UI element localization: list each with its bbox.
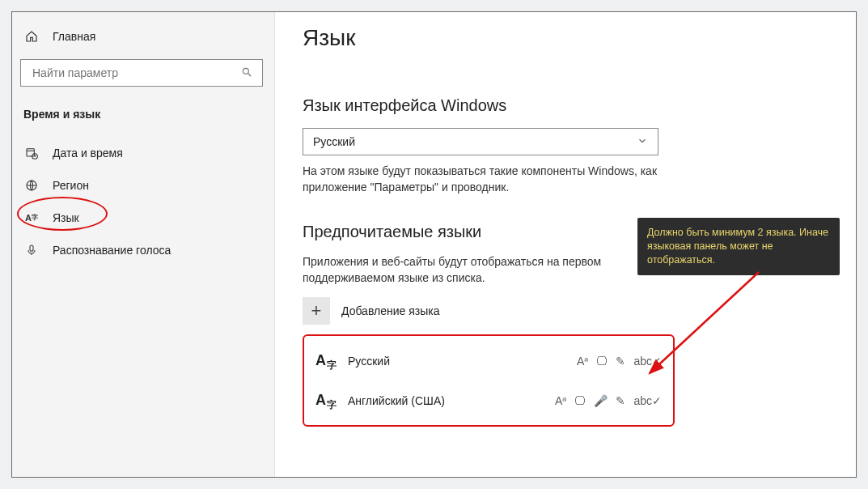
svg-rect-6 — [30, 245, 33, 251]
preferred-languages-heading: Предпочитаемые языки — [303, 223, 828, 241]
sidebar-item-label: Дата и время — [53, 147, 123, 159]
sidebar: Главная Время и язык Дата и время — [12, 12, 275, 477]
add-language-row[interactable]: + Добавление языка — [303, 297, 828, 325]
home-icon — [23, 30, 40, 43]
sidebar-section-title: Время и язык — [20, 101, 263, 125]
language-glyph-icon: A字 — [315, 392, 337, 409]
calendar-clock-icon — [23, 147, 40, 159]
main-panel: Язык Язык интерфейса Windows Русский На … — [275, 12, 856, 477]
sidebar-item-label: Язык — [53, 211, 79, 224]
speech-cap-icon: 🎤 — [594, 394, 608, 407]
globe-icon — [23, 179, 40, 192]
settings-window: Главная Время и язык Дата и время — [11, 11, 857, 478]
sidebar-home[interactable]: Главная — [20, 23, 263, 49]
chevron-down-icon — [637, 135, 648, 149]
tts-cap-icon: 🖵 — [574, 394, 586, 407]
language-item[interactable]: A字 Английский (США) Aᵃ 🖵 🎤 ✎ abc✓ — [312, 381, 665, 420]
spellcheck-cap-icon: abc✓ — [633, 355, 662, 368]
sidebar-item-label: Регион — [53, 179, 89, 192]
handwriting-cap-icon: ✎ — [616, 355, 625, 368]
language-name: Русский — [348, 355, 390, 368]
display-language-value: Русский — [313, 135, 355, 148]
plus-icon[interactable]: + — [303, 297, 330, 325]
svg-rect-2 — [27, 149, 34, 156]
sidebar-home-label: Главная — [53, 30, 95, 43]
microphone-icon — [23, 244, 40, 257]
display-language-heading: Язык интерфейса Windows — [303, 96, 828, 115]
page-title: Язык — [303, 25, 828, 51]
tts-cap-icon: 🖵 — [596, 355, 608, 368]
preferred-languages-hint: Приложения и веб-сайты будут отображатьс… — [303, 254, 658, 286]
handwriting-cap-icon: ✎ — [616, 394, 625, 407]
sidebar-item-datetime[interactable]: Дата и время — [20, 137, 263, 169]
display-language-hint: На этом языке будут показываться такие к… — [303, 164, 658, 195]
spellcheck-cap-icon: abc✓ — [633, 394, 662, 407]
display-language-select[interactable]: Русский — [303, 128, 658, 155]
add-language-label: Добавление языка — [341, 304, 440, 317]
language-item[interactable]: A字 Русский Aᵃ 🖵 ✎ abc✓ — [312, 341, 665, 381]
language-name: Английский (США) — [348, 394, 445, 407]
language-capabilities: Aᵃ 🖵 ✎ abc✓ — [577, 355, 662, 368]
sidebar-item-speech[interactable]: Распознавание голоса — [20, 234, 263, 266]
display-lang-cap-icon: Aᵃ — [555, 394, 566, 407]
search-field[interactable] — [31, 66, 241, 80]
svg-point-0 — [243, 68, 248, 74]
svg-line-1 — [248, 73, 252, 76]
search-icon — [241, 66, 252, 80]
search-input[interactable] — [20, 59, 263, 87]
sidebar-item-region[interactable]: Регион — [20, 169, 263, 202]
language-list: A字 Русский Aᵃ 🖵 ✎ abc✓ A字 Английский (СШ… — [303, 334, 675, 427]
language-glyph-icon: A字 — [315, 352, 337, 369]
language-capabilities: Aᵃ 🖵 🎤 ✎ abc✓ — [555, 394, 662, 407]
sidebar-item-label: Распознавание голоса — [53, 244, 171, 257]
sidebar-item-language[interactable]: A字 Язык — [20, 202, 263, 234]
language-icon: A字 — [23, 213, 40, 223]
display-lang-cap-icon: Aᵃ — [577, 355, 588, 368]
